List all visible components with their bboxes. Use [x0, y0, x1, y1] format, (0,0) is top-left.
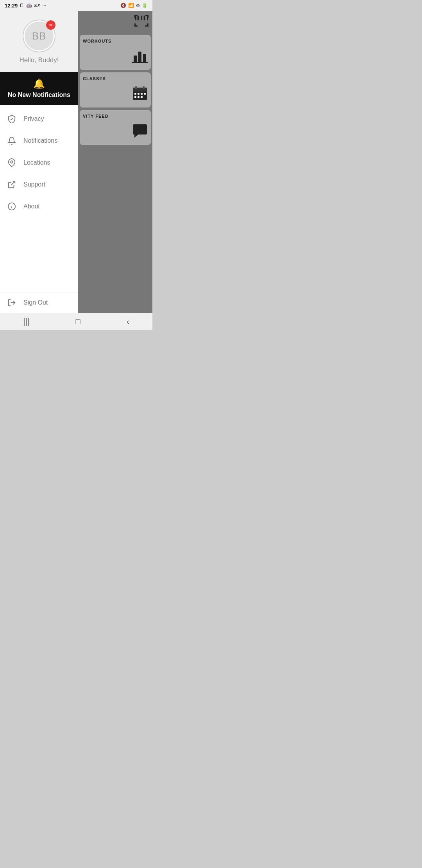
status-icon-dots: ··· — [42, 3, 46, 8]
status-icon-clipboard: 🗒 — [20, 3, 24, 8]
privacy-label: Privacy — [23, 115, 44, 122]
bell-icon: 🔔 — [33, 78, 45, 89]
classes-calendar-icon — [132, 85, 148, 104]
svg-line-27 — [11, 181, 15, 185]
right-top-bar — [78, 11, 152, 33]
svg-rect-10 — [138, 52, 141, 62]
menu-item-privacy[interactable]: Privacy — [0, 108, 78, 130]
nav-recent-apps-button[interactable]: ||| — [15, 314, 37, 329]
right-card-activity[interactable]: VITY FEED — [80, 110, 151, 145]
sign-out-button[interactable]: Sign Out — [6, 297, 72, 308]
location-pin-icon — [6, 157, 17, 168]
profile-header: BB ✏ Hello, Buddy! — [0, 11, 78, 72]
status-icon-mail: ✉✗ — [34, 4, 40, 8]
avatar-container: BB ✏ — [23, 20, 55, 52]
svg-rect-12 — [132, 62, 148, 63]
pencil-icon: ✏ — [49, 23, 53, 28]
locations-label: Locations — [23, 159, 50, 166]
svg-rect-15 — [135, 86, 137, 89]
barcode-icon[interactable] — [134, 15, 148, 29]
external-link-icon — [6, 179, 17, 190]
svg-rect-3 — [140, 16, 140, 20]
bottom-nav: ||| □ ‹ — [0, 313, 152, 330]
right-cards-container: WORKOUTS CLASSES — [78, 33, 152, 149]
svg-rect-7 — [146, 16, 146, 20]
sign-out-label: Sign Out — [23, 299, 48, 306]
svg-rect-23 — [141, 96, 143, 98]
svg-rect-2 — [138, 16, 139, 20]
nav-back-button[interactable]: ‹ — [119, 314, 137, 329]
svg-rect-20 — [144, 93, 146, 95]
right-card-activity-title: VITY FEED — [83, 114, 148, 118]
svg-rect-11 — [143, 54, 146, 62]
info-icon — [6, 201, 17, 212]
sign-out-area: Sign Out — [0, 292, 78, 313]
drawer: BB ✏ Hello, Buddy! 🔔 No New Notification… — [0, 11, 78, 313]
status-icon-block: ⊘ — [136, 3, 140, 8]
svg-rect-9 — [134, 56, 137, 62]
status-icon-wifi: 📶 — [128, 3, 134, 8]
menu-item-about[interactable]: About — [0, 195, 78, 217]
svg-rect-17 — [134, 93, 136, 95]
svg-rect-6 — [144, 16, 145, 20]
svg-rect-5 — [143, 16, 143, 20]
nav-home-button[interactable]: □ — [68, 314, 88, 329]
svg-rect-14 — [133, 88, 147, 91]
notifications-label: Notifications — [23, 137, 57, 144]
svg-rect-18 — [138, 93, 139, 95]
menu-list: Privacy Notifications — [0, 105, 78, 292]
svg-rect-1 — [137, 16, 138, 20]
svg-rect-24 — [133, 124, 147, 135]
menu-item-support[interactable]: Support — [0, 174, 78, 195]
notification-bell-icon — [6, 135, 17, 146]
svg-rect-22 — [138, 96, 139, 98]
svg-point-26 — [11, 161, 13, 163]
svg-marker-25 — [134, 135, 138, 138]
right-card-classes-title: CLASSES — [83, 76, 148, 81]
workouts-bar-icon — [132, 48, 148, 66]
right-card-workouts[interactable]: WORKOUTS — [80, 35, 151, 70]
menu-item-notifications[interactable]: Notifications — [0, 130, 78, 152]
support-label: Support — [23, 181, 45, 188]
no-notifications-text: No New Notifications — [8, 91, 70, 99]
svg-rect-19 — [141, 93, 143, 95]
edit-avatar-button[interactable]: ✏ — [46, 20, 55, 30]
avatar-initials: BB — [32, 30, 46, 42]
signout-icon — [6, 297, 17, 308]
svg-rect-21 — [134, 96, 136, 98]
shield-icon — [6, 113, 17, 124]
status-icon-android: 🤖 — [26, 3, 32, 8]
status-time: 12:29 — [5, 3, 18, 9]
svg-rect-16 — [143, 86, 145, 89]
svg-rect-4 — [141, 16, 142, 20]
greeting-text: Hello, Buddy! — [19, 56, 59, 64]
main-container: WORKOUTS CLASSES — [0, 11, 152, 313]
right-card-classes[interactable]: CLASSES — [80, 72, 151, 108]
status-icon-battery: 🔋 — [142, 3, 148, 8]
notification-banner: 🔔 No New Notifications — [0, 72, 78, 105]
about-label: About — [23, 203, 40, 210]
status-bar: 12:29 🗒 🤖 ✉✗ ··· 🔇 📶 ⊘ 🔋 — [0, 0, 152, 11]
status-icon-mute: 🔇 — [120, 3, 126, 8]
right-panel: WORKOUTS CLASSES — [78, 11, 152, 313]
menu-item-locations[interactable]: Locations — [0, 152, 78, 174]
activity-chat-icon — [132, 123, 148, 141]
right-card-workouts-title: WORKOUTS — [83, 39, 148, 43]
